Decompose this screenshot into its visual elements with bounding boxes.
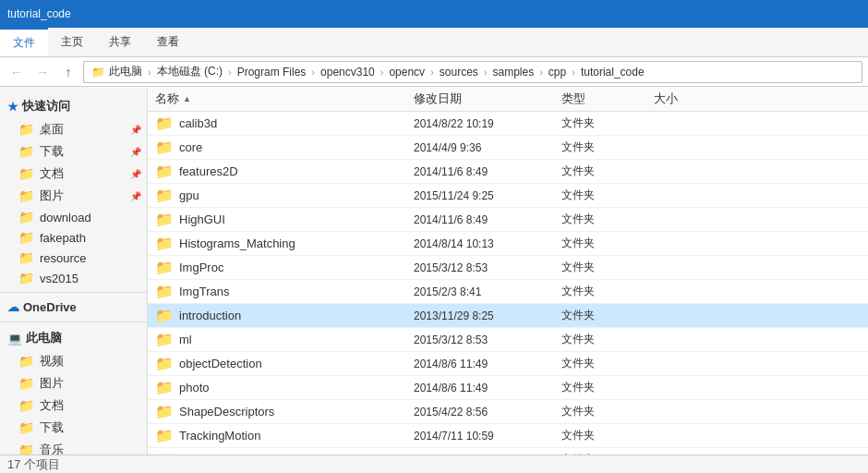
file-name-label: calib3d <box>179 116 217 130</box>
file-date: 2014/8/22 10:19 <box>414 117 561 130</box>
nav-up-button[interactable]: ↑ <box>57 61 79 83</box>
pin-icon: 📌 <box>130 125 141 135</box>
path-pc: 📁 <box>91 66 105 79</box>
table-row[interactable]: 📁 ShapeDescriptors 2015/4/22 8:56 文件夹 <box>148 400 868 424</box>
folder-icon: 📁 <box>18 188 34 203</box>
table-row[interactable]: 📁 features2D 2014/11/6 8:49 文件夹 <box>148 160 868 184</box>
file-date: 2015/2/3 8:41 <box>414 285 561 298</box>
onedrive-title[interactable]: ☁ OneDrive <box>0 297 147 318</box>
address-path[interactable]: 📁 此电脑 › 本地磁盘 (C:) › Program Files › open… <box>83 61 862 83</box>
sidebar-item-downloads2[interactable]: 📁 下载 <box>0 417 147 439</box>
file-name-label: gpu <box>179 188 199 202</box>
file-date: 2014/4/9 9:36 <box>414 141 561 154</box>
file-type: 文件夹 <box>561 164 654 179</box>
title-bar-path: tutorial_code <box>7 7 71 20</box>
path-this-pc: 此电脑 <box>109 64 142 79</box>
folder-icon: 📁 <box>18 443 34 455</box>
table-row[interactable]: 📁 gpu 2015/11/24 9:25 文件夹 <box>148 184 868 208</box>
sidebar-item-pictures2[interactable]: 📁 图片 <box>0 372 147 394</box>
folder-icon: 📁 <box>155 163 174 180</box>
file-date: 2014/8/6 11:49 <box>414 358 561 370</box>
quick-access-title: ★ 快速访问 <box>0 94 147 118</box>
table-row[interactable]: 📁 ImgProc 2015/3/12 8:53 文件夹 <box>148 256 868 280</box>
sidebar-item-desktop1[interactable]: 📁 桌面 📌 <box>0 118 147 140</box>
folder-icon: 📁 <box>18 144 34 159</box>
file-type: 文件夹 <box>561 404 654 419</box>
sidebar: ★ 快速访问 📁 桌面 📌 📁 下载 📌 📁 文档 📌 📁 图片 📌 📁 dow… <box>0 87 148 455</box>
table-row[interactable]: 📁 TrackingMotion 2014/7/11 10:59 文件夹 <box>148 424 868 448</box>
this-pc-title[interactable]: 💻 此电脑 <box>0 326 147 350</box>
table-row[interactable]: 📁 introduction 2013/11/29 8:25 文件夹 <box>148 304 868 328</box>
col-size-header[interactable]: 大小 <box>654 91 728 107</box>
file-name-label: ShapeDescriptors <box>179 405 274 418</box>
sidebar-item-pictures1[interactable]: 📁 图片 📌 <box>0 185 147 207</box>
table-row[interactable]: 📁 core 2014/4/9 9:36 文件夹 <box>148 136 868 160</box>
sidebar-item-docs1[interactable]: 📁 文档 📌 <box>0 163 147 185</box>
sidebar-item-vs2015[interactable]: 📁 vs2015 <box>0 268 147 288</box>
file-type: 文件夹 <box>561 236 654 251</box>
sidebar-item-video[interactable]: 📁 视频 <box>0 350 147 372</box>
folder-icon: 📁 <box>18 166 34 181</box>
file-name-label: ml <box>179 333 192 346</box>
path-local-disk: 本地磁盘 (C:) <box>157 64 223 79</box>
col-date-header[interactable]: 修改日期 <box>414 91 561 107</box>
file-date: 2014/8/14 10:13 <box>414 237 561 250</box>
file-date: 2014/11/6 8:49 <box>414 165 561 178</box>
file-type: 文件夹 <box>561 260 654 275</box>
file-date: 2013/11/29 8:25 <box>414 309 561 322</box>
folder-icon: 📁 <box>155 139 174 156</box>
ribbon-tab-file[interactable]: 文件 <box>0 28 48 56</box>
nav-forward-button[interactable]: → <box>31 61 54 83</box>
file-type: 文件夹 <box>561 188 654 203</box>
table-row[interactable]: 📁 HighGUI 2014/11/6 8:49 文件夹 <box>148 208 868 232</box>
table-row[interactable]: 📁 objectDetection 2014/8/6 11:49 文件夹 <box>148 352 868 376</box>
main-area: ★ 快速访问 📁 桌面 📌 📁 下载 📌 📁 文档 📌 📁 图片 📌 📁 dow… <box>0 87 868 455</box>
folder-icon: 📁 <box>155 187 174 204</box>
folder-icon: 📁 <box>155 235 174 252</box>
sidebar-item-downloads1[interactable]: 📁 下载 📌 <box>0 140 147 163</box>
cloud-icon: ☁ <box>7 300 19 314</box>
sidebar-item-resource[interactable]: 📁 resource <box>0 248 147 268</box>
nav-back-button[interactable]: ← <box>6 61 28 83</box>
col-type-header[interactable]: 类型 <box>561 91 654 107</box>
file-name-label: photo <box>179 381 210 394</box>
folder-icon: 📁 <box>18 271 34 285</box>
col-name-header[interactable]: 名称 ▲ <box>155 91 414 107</box>
file-name-label: ImgTrans <box>179 285 229 298</box>
sidebar-item-docs2[interactable]: 📁 文档 <box>0 394 147 417</box>
file-name-label: features2D <box>179 164 238 178</box>
table-row[interactable]: 📁 video 2014/8/15 18:09 文件夹 <box>148 448 868 455</box>
table-row[interactable]: 📁 Histograms_Matching 2014/8/14 10:13 文件… <box>148 232 868 256</box>
path-tutorial-code: tutorial_code <box>581 66 645 79</box>
table-row[interactable]: 📁 ImgTrans 2015/2/3 8:41 文件夹 <box>148 280 868 304</box>
sidebar-item-download[interactable]: 📁 download <box>0 207 147 227</box>
table-row[interactable]: 📁 photo 2014/8/6 11:49 文件夹 <box>148 376 868 400</box>
ribbon-tab-home[interactable]: 主页 <box>48 28 96 56</box>
folder-icon: 📁 <box>155 283 174 300</box>
folder-icon: 📁 <box>155 115 174 132</box>
file-date: 2015/3/12 8:53 <box>414 261 561 274</box>
folder-icon: 📁 <box>155 403 174 420</box>
folder-icon: 📁 <box>18 210 34 224</box>
table-row[interactable]: 📁 ml 2015/3/12 8:53 文件夹 <box>148 328 868 352</box>
content-area: 名称 ▲ 修改日期 类型 大小 📁 calib3d 2014/8/22 10:1… <box>148 87 868 455</box>
star-icon: ★ <box>7 100 18 114</box>
file-type: 文件夹 <box>561 356 654 371</box>
ribbon: 文件 主页 共享 查看 <box>0 28 868 57</box>
file-date: 2015/3/12 8:53 <box>414 334 561 346</box>
address-bar: ← → ↑ 📁 此电脑 › 本地磁盘 (C:) › Program Files … <box>0 57 868 87</box>
folder-icon: 📁 <box>18 230 34 245</box>
file-type: 文件夹 <box>561 284 654 299</box>
file-name-label: TrackingMotion <box>179 429 260 443</box>
file-type: 文件夹 <box>561 380 654 395</box>
sort-arrow-icon: ▲ <box>183 94 191 103</box>
title-bar: tutorial_code <box>0 0 868 28</box>
ribbon-tab-view[interactable]: 查看 <box>144 28 192 56</box>
sidebar-item-music[interactable]: 📁 音乐 <box>0 439 147 455</box>
table-row[interactable]: 📁 calib3d 2014/8/22 10:19 文件夹 <box>148 112 868 136</box>
path-cpp: cpp <box>549 66 566 79</box>
file-date: 2014/11/6 8:49 <box>414 213 561 226</box>
file-name-label: objectDetection <box>179 357 262 370</box>
ribbon-tab-share[interactable]: 共享 <box>96 28 144 56</box>
sidebar-item-fakepath[interactable]: 📁 fakepath <box>0 227 147 248</box>
